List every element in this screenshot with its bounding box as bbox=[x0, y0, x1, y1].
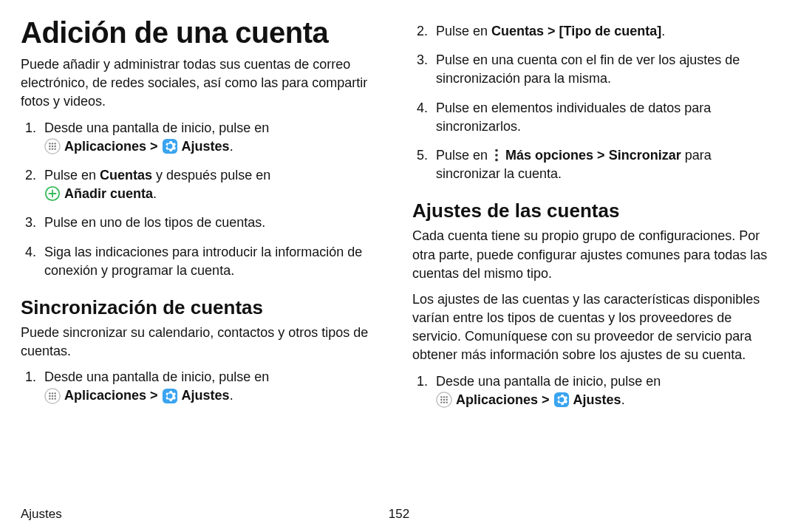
svg-point-35 bbox=[446, 402, 447, 403]
svg-point-21 bbox=[54, 398, 55, 399]
settings-gear-icon bbox=[553, 392, 570, 408]
sync-steps-right: Pulse en Cuentas > [Tipo de cuenta]. Pul… bbox=[412, 22, 777, 183]
cuentas-label: Cuentas bbox=[491, 24, 544, 38]
more-options-label: Más opciones bbox=[505, 148, 593, 163]
svg-point-7 bbox=[49, 148, 50, 149]
svg-point-5 bbox=[52, 146, 53, 147]
sync-step-5: Pulse en Más opciones > Sincronizar para… bbox=[432, 146, 777, 183]
svg-point-13 bbox=[49, 392, 50, 394]
svg-point-20 bbox=[52, 398, 53, 399]
apps-grid-icon bbox=[44, 388, 61, 404]
add-account-label: Añadir cuenta bbox=[64, 186, 153, 201]
svg-point-31 bbox=[443, 399, 445, 400]
svg-point-29 bbox=[446, 396, 447, 398]
svg-rect-22 bbox=[162, 389, 177, 403]
account-settings-p1: Cada cuenta tiene su propio grupo de con… bbox=[412, 227, 777, 283]
svg-point-27 bbox=[440, 396, 442, 398]
svg-point-19 bbox=[49, 398, 50, 399]
footer-section: Ajustes bbox=[21, 507, 62, 522]
separator: > bbox=[593, 148, 609, 163]
sync-label: Sincronizar bbox=[609, 148, 681, 163]
account-settings-p2: Los ajustes de las cuentas y las caracte… bbox=[412, 290, 777, 365]
apps-label: Aplicaciones bbox=[64, 139, 146, 154]
svg-point-1 bbox=[49, 143, 50, 144]
svg-point-2 bbox=[52, 143, 53, 144]
period: . bbox=[153, 186, 157, 201]
period: . bbox=[661, 24, 665, 38]
add-step-3: Pulse en uno de los tipos de cuentas. bbox=[40, 214, 386, 232]
add-step-1: Desde una pantalla de inicio, pulse en A… bbox=[40, 119, 386, 156]
page-title: Adición de una cuenta bbox=[21, 16, 386, 50]
apps-grid-icon bbox=[44, 138, 61, 154]
svg-point-18 bbox=[54, 395, 55, 396]
right-column: Pulse en Cuentas > [Tipo de cuenta]. Pul… bbox=[412, 13, 777, 486]
settings-label: Ajustes bbox=[182, 139, 230, 154]
svg-point-17 bbox=[52, 395, 53, 396]
svg-point-34 bbox=[443, 402, 445, 403]
left-column: Adición de una cuenta Puede añadir y adm… bbox=[21, 13, 386, 486]
svg-point-16 bbox=[49, 395, 50, 396]
sync-intro: Puede sincronizar su calendario, contact… bbox=[21, 324, 386, 361]
apps-label: Aplicaciones bbox=[456, 392, 538, 407]
svg-point-3 bbox=[54, 143, 55, 144]
settings-gear-icon bbox=[162, 138, 178, 154]
period: . bbox=[230, 139, 233, 154]
add-plus-icon bbox=[44, 185, 61, 202]
svg-point-23 bbox=[495, 149, 498, 152]
svg-point-28 bbox=[443, 396, 445, 398]
svg-point-32 bbox=[446, 399, 447, 400]
footer-page-number: 152 bbox=[389, 507, 409, 522]
text: Desde una pantalla de inicio, pulse en bbox=[44, 120, 269, 135]
sync-step-3: Pulse en una cuenta con el fin de ver lo… bbox=[432, 51, 777, 88]
apps-grid-icon bbox=[436, 392, 452, 408]
svg-point-33 bbox=[440, 402, 442, 403]
sync-heading: Sincronización de cuentas bbox=[21, 296, 386, 319]
sync-steps-left: Desde una pantalla de inicio, pulse en A… bbox=[21, 368, 386, 405]
svg-point-24 bbox=[495, 154, 498, 157]
sync-step-4: Pulse en elementos individuales de datos… bbox=[432, 99, 777, 136]
sync-step-2: Pulse en Cuentas > [Tipo de cuenta]. bbox=[432, 22, 777, 41]
svg-point-15 bbox=[54, 392, 55, 394]
settings-label: Ajustes bbox=[573, 392, 621, 407]
svg-point-6 bbox=[54, 146, 55, 147]
svg-point-14 bbox=[52, 392, 53, 394]
svg-point-4 bbox=[49, 146, 50, 147]
svg-point-25 bbox=[495, 159, 498, 162]
settings-gear-icon bbox=[162, 388, 178, 404]
svg-point-9 bbox=[54, 148, 55, 149]
text: Pulse en bbox=[436, 148, 491, 163]
period: . bbox=[230, 388, 233, 403]
separator: > bbox=[146, 139, 162, 154]
period: . bbox=[621, 392, 625, 407]
settings-label: Ajustes bbox=[182, 388, 230, 403]
separator: > bbox=[538, 392, 553, 407]
apps-label: Aplicaciones bbox=[64, 388, 146, 403]
account-settings-heading: Ajustes de las cuentas bbox=[412, 200, 777, 222]
account-type-label: [Tipo de cuenta] bbox=[559, 24, 662, 38]
add-step-2: Pulse en Cuentas y después pulse en Añad… bbox=[40, 166, 386, 203]
text: Pulse en bbox=[44, 168, 100, 183]
account-settings-step-1: Desde una pantalla de inicio, pulse en A… bbox=[432, 372, 777, 409]
text: Desde una pantalla de inicio, pulse en bbox=[44, 369, 269, 384]
sync-step-1: Desde una pantalla de inicio, pulse en A… bbox=[40, 368, 386, 405]
add-account-steps: Desde una pantalla de inicio, pulse en A… bbox=[21, 119, 386, 280]
text: Desde una pantalla de inicio, pulse en bbox=[436, 374, 661, 389]
separator: > bbox=[146, 388, 162, 403]
account-settings-steps: Desde una pantalla de inicio, pulse en A… bbox=[412, 372, 777, 409]
svg-rect-36 bbox=[553, 392, 568, 407]
intro-paragraph: Puede añadir y administrar todas sus cue… bbox=[21, 55, 386, 112]
text: Pulse en bbox=[436, 24, 491, 38]
separator: > bbox=[544, 24, 559, 38]
text: y después pulse en bbox=[152, 168, 270, 183]
svg-point-30 bbox=[440, 399, 442, 400]
more-options-icon bbox=[491, 147, 502, 163]
add-step-4: Siga las indicaciones para introducir la… bbox=[40, 243, 386, 280]
svg-point-8 bbox=[52, 148, 53, 149]
page-footer: Ajustes 152 bbox=[21, 507, 777, 522]
cuentas-label: Cuentas bbox=[100, 168, 152, 183]
